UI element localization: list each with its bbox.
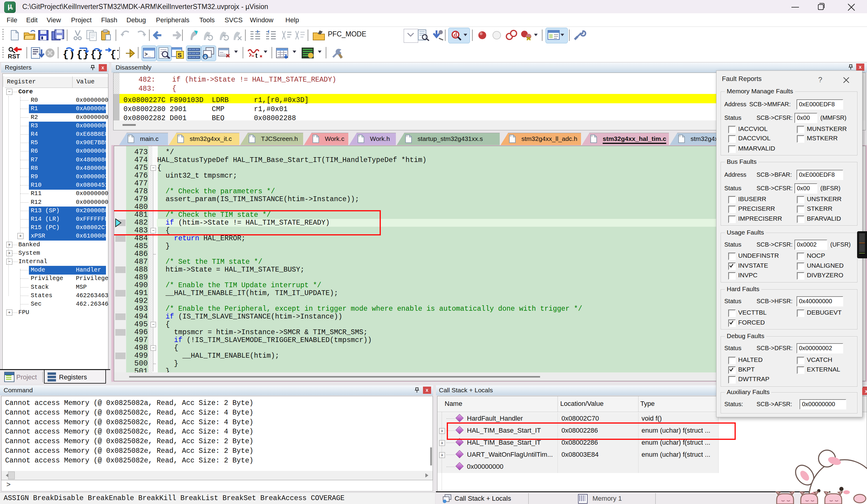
svg-text:d: d: [454, 31, 457, 38]
svg-text:S: S: [178, 52, 182, 58]
svg-text:{}: {}: [110, 49, 119, 60]
svg-text:RST: RST: [8, 53, 20, 60]
svg-text:t: t: [255, 52, 258, 59]
svg-text:>_: >_: [144, 51, 151, 57]
